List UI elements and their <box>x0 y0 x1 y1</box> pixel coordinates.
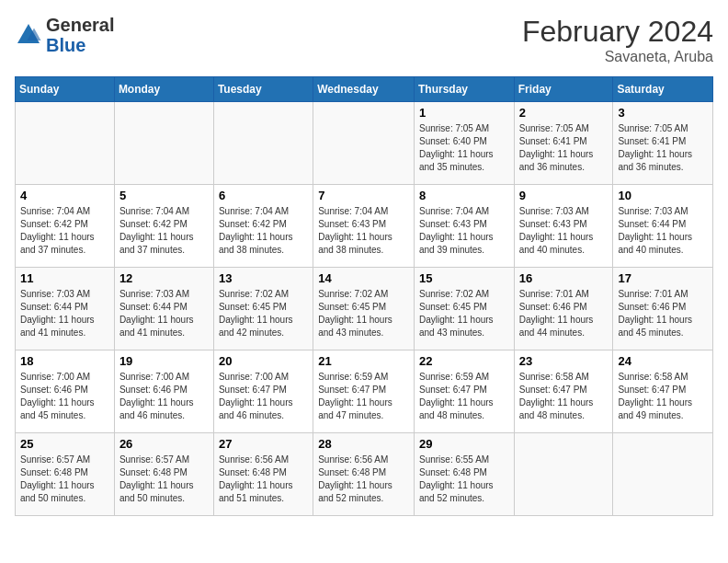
day-number: 28 <box>318 437 409 451</box>
day-cell: 23Sunrise: 6:58 AMSunset: 6:47 PMDayligh… <box>514 350 613 433</box>
day-number: 19 <box>119 354 209 368</box>
day-info: Sunrise: 7:02 AMSunset: 6:45 PMDaylight:… <box>219 288 308 339</box>
header: General Blue February 2024 Savaneta, Aru… <box>15 15 713 65</box>
day-info: Sunrise: 6:58 AMSunset: 6:47 PMDaylight:… <box>519 371 609 422</box>
day-info: Sunrise: 7:05 AMSunset: 6:40 PMDaylight:… <box>419 122 509 174</box>
day-info: Sunrise: 6:57 AMSunset: 6:48 PMDaylight:… <box>119 454 209 505</box>
day-number: 6 <box>219 189 308 202</box>
day-cell: 25Sunrise: 6:57 AMSunset: 6:48 PMDayligh… <box>16 433 115 516</box>
logo-icon <box>15 21 42 49</box>
week-row-3: 18Sunrise: 7:00 AMSunset: 6:46 PMDayligh… <box>16 350 713 433</box>
day-info: Sunrise: 6:59 AMSunset: 6:47 PMDaylight:… <box>318 371 409 422</box>
day-cell: 3Sunrise: 7:05 AMSunset: 6:41 PMDaylight… <box>613 102 713 185</box>
day-number: 3 <box>618 106 708 120</box>
day-number: 9 <box>519 189 609 202</box>
day-info: Sunrise: 7:02 AMSunset: 6:45 PMDaylight:… <box>318 288 409 339</box>
day-cell <box>613 433 713 516</box>
day-info: Sunrise: 6:59 AMSunset: 6:47 PMDaylight:… <box>419 371 509 422</box>
day-cell: 27Sunrise: 6:56 AMSunset: 6:48 PMDayligh… <box>213 433 313 516</box>
day-info: Sunrise: 7:04 AMSunset: 6:43 PMDaylight:… <box>318 205 409 257</box>
day-cell: 14Sunrise: 7:02 AMSunset: 6:45 PMDayligh… <box>313 268 415 350</box>
day-cell <box>313 102 415 185</box>
day-info: Sunrise: 7:00 AMSunset: 6:46 PMDaylight:… <box>119 371 209 422</box>
day-cell: 21Sunrise: 6:59 AMSunset: 6:47 PMDayligh… <box>313 350 415 433</box>
day-cell: 22Sunrise: 6:59 AMSunset: 6:47 PMDayligh… <box>414 350 514 433</box>
day-number: 4 <box>20 189 109 202</box>
day-number: 21 <box>318 354 409 368</box>
day-info: Sunrise: 7:05 AMSunset: 6:41 PMDaylight:… <box>618 122 708 174</box>
day-cell: 26Sunrise: 6:57 AMSunset: 6:48 PMDayligh… <box>114 433 213 516</box>
day-number: 5 <box>119 189 209 202</box>
logo-blue: Blue <box>46 35 85 55</box>
logo: General Blue <box>15 15 114 55</box>
day-number: 8 <box>419 189 509 202</box>
day-cell: 5Sunrise: 7:04 AMSunset: 6:42 PMDaylight… <box>114 185 213 268</box>
day-info: Sunrise: 7:02 AMSunset: 6:45 PMDaylight:… <box>419 288 509 339</box>
week-row-4: 25Sunrise: 6:57 AMSunset: 6:48 PMDayligh… <box>16 433 713 516</box>
day-number: 22 <box>419 354 509 368</box>
day-number: 7 <box>318 189 409 202</box>
day-cell: 16Sunrise: 7:01 AMSunset: 6:46 PMDayligh… <box>514 268 613 350</box>
day-info: Sunrise: 7:00 AMSunset: 6:46 PMDaylight:… <box>20 371 109 422</box>
month-title: February 2024 <box>522 15 713 49</box>
day-cell: 12Sunrise: 7:03 AMSunset: 6:44 PMDayligh… <box>114 268 213 350</box>
day-cell <box>16 102 115 185</box>
weekday-header-sunday: Sunday <box>16 77 115 102</box>
day-number: 24 <box>618 354 708 368</box>
day-cell: 9Sunrise: 7:03 AMSunset: 6:43 PMDaylight… <box>514 185 613 268</box>
day-info: Sunrise: 7:03 AMSunset: 6:44 PMDaylight:… <box>20 288 109 339</box>
day-number: 10 <box>618 189 708 202</box>
day-cell: 13Sunrise: 7:02 AMSunset: 6:45 PMDayligh… <box>213 268 313 350</box>
day-number: 18 <box>20 354 109 368</box>
day-info: Sunrise: 6:58 AMSunset: 6:47 PMDaylight:… <box>618 371 708 422</box>
day-cell: 28Sunrise: 6:56 AMSunset: 6:48 PMDayligh… <box>313 433 415 516</box>
day-info: Sunrise: 6:55 AMSunset: 6:48 PMDaylight:… <box>419 454 509 505</box>
day-cell <box>514 433 613 516</box>
day-cell: 17Sunrise: 7:01 AMSunset: 6:46 PMDayligh… <box>613 268 713 350</box>
weekday-header-monday: Monday <box>114 77 213 102</box>
day-number: 12 <box>119 271 209 285</box>
weekday-header-saturday: Saturday <box>613 77 713 102</box>
day-cell: 2Sunrise: 7:05 AMSunset: 6:41 PMDaylight… <box>514 102 613 185</box>
weekday-header-thursday: Thursday <box>414 77 514 102</box>
day-info: Sunrise: 7:00 AMSunset: 6:47 PMDaylight:… <box>219 371 308 422</box>
title-area: February 2024 Savaneta, Aruba <box>522 15 713 65</box>
day-info: Sunrise: 7:03 AMSunset: 6:44 PMDaylight:… <box>618 205 708 257</box>
day-number: 2 <box>519 106 609 120</box>
logo-text: General Blue <box>46 15 114 55</box>
week-row-0: 1Sunrise: 7:05 AMSunset: 6:40 PMDaylight… <box>16 102 713 185</box>
day-cell: 19Sunrise: 7:00 AMSunset: 6:46 PMDayligh… <box>114 350 213 433</box>
day-number: 14 <box>318 271 409 285</box>
day-info: Sunrise: 7:01 AMSunset: 6:46 PMDaylight:… <box>519 288 609 339</box>
day-info: Sunrise: 7:01 AMSunset: 6:46 PMDaylight:… <box>618 288 708 339</box>
day-number: 17 <box>618 271 708 285</box>
day-number: 25 <box>20 437 109 451</box>
day-number: 11 <box>20 271 109 285</box>
subtitle: Savaneta, Aruba <box>522 49 713 65</box>
day-number: 29 <box>419 437 509 451</box>
day-info: Sunrise: 6:56 AMSunset: 6:48 PMDaylight:… <box>219 454 308 505</box>
weekday-header-friday: Friday <box>514 77 613 102</box>
day-number: 20 <box>219 354 308 368</box>
day-cell: 6Sunrise: 7:04 AMSunset: 6:42 PMDaylight… <box>213 185 313 268</box>
day-number: 1 <box>419 106 509 120</box>
day-cell: 8Sunrise: 7:04 AMSunset: 6:43 PMDaylight… <box>414 185 514 268</box>
day-number: 13 <box>219 271 308 285</box>
day-cell <box>213 102 313 185</box>
day-cell: 24Sunrise: 6:58 AMSunset: 6:47 PMDayligh… <box>613 350 713 433</box>
day-info: Sunrise: 7:05 AMSunset: 6:41 PMDaylight:… <box>519 122 609 174</box>
day-cell: 4Sunrise: 7:04 AMSunset: 6:42 PMDaylight… <box>16 185 115 268</box>
day-cell: 18Sunrise: 7:00 AMSunset: 6:46 PMDayligh… <box>16 350 115 433</box>
day-cell: 15Sunrise: 7:02 AMSunset: 6:45 PMDayligh… <box>414 268 514 350</box>
week-row-2: 11Sunrise: 7:03 AMSunset: 6:44 PMDayligh… <box>16 268 713 350</box>
day-info: Sunrise: 7:04 AMSunset: 6:43 PMDaylight:… <box>419 205 509 257</box>
week-row-1: 4Sunrise: 7:04 AMSunset: 6:42 PMDaylight… <box>16 185 713 268</box>
weekday-header-tuesday: Tuesday <box>213 77 313 102</box>
day-info: Sunrise: 6:57 AMSunset: 6:48 PMDaylight:… <box>20 454 109 505</box>
day-number: 16 <box>519 271 609 285</box>
calendar-table: SundayMondayTuesdayWednesdayThursdayFrid… <box>15 76 713 516</box>
day-cell: 10Sunrise: 7:03 AMSunset: 6:44 PMDayligh… <box>613 185 713 268</box>
day-number: 23 <box>519 354 609 368</box>
day-cell: 1Sunrise: 7:05 AMSunset: 6:40 PMDaylight… <box>414 102 514 185</box>
day-cell: 11Sunrise: 7:03 AMSunset: 6:44 PMDayligh… <box>16 268 115 350</box>
